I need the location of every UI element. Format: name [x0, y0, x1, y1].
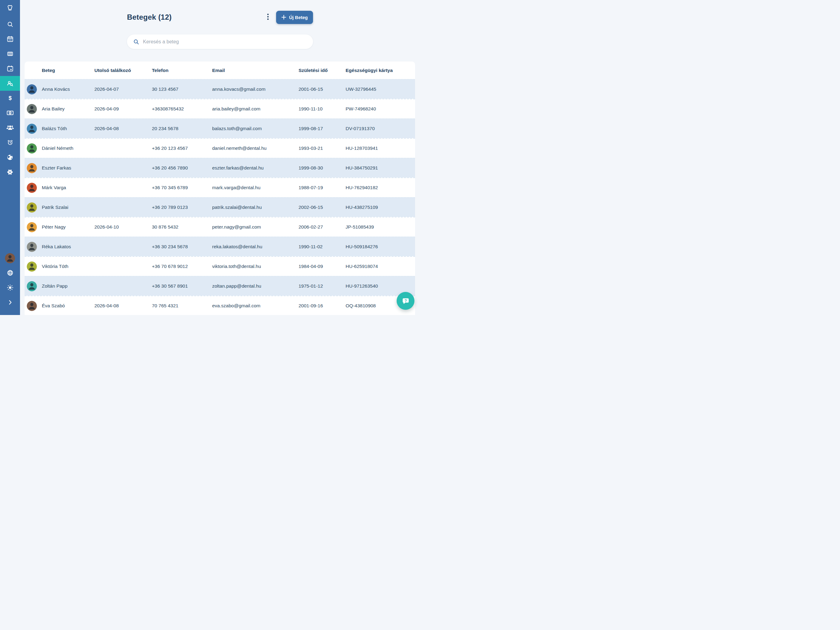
- avatar-cell: [25, 84, 42, 95]
- phone-cell: +36 20 123 4567: [152, 146, 212, 151]
- birth-date-cell: 1975-01-12: [298, 283, 346, 289]
- last-meeting-cell: 2026-04-10: [95, 224, 152, 230]
- patient-avatar: [27, 261, 37, 272]
- brightness-sun-icon: [6, 284, 14, 291]
- phone-cell: +36308765432: [152, 106, 212, 112]
- email-cell: peter.nagy@gmail.com: [212, 224, 298, 230]
- new-patient-button[interactable]: Új Beteg: [276, 11, 313, 24]
- table-row[interactable]: Eszter Farkas+36 20 456 7890eszter.farka…: [25, 158, 415, 177]
- phone-cell: +36 30 567 8901: [152, 283, 212, 289]
- birth-date-cell: 2001-09-16: [298, 303, 346, 309]
- svg-text:1: 1: [9, 112, 11, 114]
- earth-icon: [6, 154, 14, 161]
- table-row[interactable]: Balázs Tóth2026-04-0820 234 5678balazs.t…: [25, 119, 415, 138]
- email-cell: eszter.farkas@dental.hu: [212, 165, 298, 171]
- patient-name-cell: Zoltán Papp: [42, 283, 95, 289]
- people-icon: [6, 123, 14, 131]
- sidebar-item-alarm-clock[interactable]: [0, 135, 20, 150]
- patients-table: Beteg Utolsó találkozó Telefon Email Szü…: [25, 62, 415, 315]
- sidebar-item-people[interactable]: [0, 120, 20, 135]
- sidebar-item-settings-gear[interactable]: [0, 165, 20, 179]
- avatar-cell: [25, 281, 42, 291]
- birth-date-cell: 1990-11-02: [298, 244, 346, 250]
- sidebar-item-user-avatar[interactable]: [0, 251, 20, 266]
- patient-avatar: [27, 163, 37, 173]
- health-card-cell: JP-51085439: [346, 224, 415, 230]
- column-header-patient: Beteg: [42, 68, 95, 73]
- collapse-chevron-icon: [7, 299, 14, 306]
- email-cell: mark.varga@dental.hu: [212, 185, 298, 190]
- table-row[interactable]: Viktória Tóth+36 70 678 9012viktoria.tot…: [25, 256, 415, 276]
- table-row[interactable]: Dániel Németh+36 20 123 4567daniel.nemet…: [25, 138, 415, 158]
- birth-date-cell: 1984-04-09: [298, 264, 346, 269]
- patient-search-bar: [127, 35, 313, 49]
- avatar-cell: [25, 261, 42, 272]
- page-title: Betegek (12): [127, 13, 172, 22]
- health-card-cell: HU-384750291: [346, 165, 415, 171]
- sidebar-item-kanban-columns[interactable]: [0, 46, 20, 61]
- health-card-cell: UW-32796445: [346, 86, 415, 92]
- email-cell: eva.szabo@gmail.com: [212, 303, 298, 309]
- more-options-button[interactable]: [265, 12, 271, 23]
- email-cell: zoltan.papp@dental.hu: [212, 283, 298, 289]
- svg-text:$: $: [8, 95, 11, 101]
- table-row[interactable]: Anna Kovács2026-04-0730 123 4567anna.kov…: [25, 79, 415, 99]
- user-avatar-icon: [5, 253, 15, 263]
- dollar-icon: $: [6, 95, 14, 102]
- last-meeting-cell: 2026-04-08: [95, 126, 152, 131]
- email-cell: viktoria.toth@dental.hu: [212, 264, 298, 269]
- table-row[interactable]: Zoltán Papp+36 30 567 8901zoltan.papp@de…: [25, 276, 415, 296]
- patient-avatar: [27, 281, 37, 291]
- calendar-event-icon: [6, 65, 14, 72]
- sidebar-item-calendar-event[interactable]: [0, 61, 20, 76]
- sidebar-item-dollar[interactable]: $: [0, 91, 20, 106]
- sidebar-item-earth[interactable]: [0, 150, 20, 165]
- patient-avatar: [27, 123, 37, 134]
- new-patient-label: Új Beteg: [289, 15, 308, 20]
- birth-date-cell: 1999-08-30: [298, 165, 346, 171]
- last-meeting-cell: 2026-04-07: [95, 86, 152, 92]
- table-row[interactable]: Aria Bailey2026-04-09+36308765432aria.ba…: [25, 99, 415, 119]
- sidebar-item-patient-search[interactable]: [0, 76, 20, 91]
- page-header: Betegek (12) Új Beteg: [127, 0, 313, 49]
- birth-date-cell: 1999-08-17: [298, 126, 346, 131]
- health-card-cell: HU-128703941: [346, 146, 415, 151]
- avatar-cell: [25, 183, 42, 193]
- sidebar-spacer: [0, 179, 20, 251]
- birth-date-cell: 1988-07-19: [298, 185, 346, 190]
- patient-name-cell: Márk Varga: [42, 185, 95, 190]
- banknote-icon: 1: [6, 109, 14, 117]
- table-body: Anna Kovács2026-04-0730 123 4567anna.kov…: [25, 79, 415, 315]
- tooth-logo-icon: [6, 4, 14, 13]
- table-row[interactable]: Márk Varga+36 70 345 6789mark.varga@dent…: [25, 177, 415, 197]
- avatar-cell: [25, 203, 42, 212]
- health-card-cell: PW-74968240: [346, 106, 415, 112]
- table-row[interactable]: Patrik Szalai+36 20 789 0123patrik.szala…: [25, 197, 415, 217]
- sidebar-item-brightness-sun[interactable]: [0, 280, 20, 295]
- sidebar: $1: [0, 0, 20, 315]
- sidebar-item-tooth-logo[interactable]: [0, 1, 20, 16]
- patient-name-cell: Eszter Farkas: [42, 165, 95, 171]
- table-row[interactable]: Réka Lakatos+36 30 234 5678reka.lakatos@…: [25, 237, 415, 256]
- globe-icon: [6, 269, 14, 277]
- title-row: Betegek (12) Új Beteg: [127, 10, 313, 24]
- header-actions: Új Beteg: [265, 11, 313, 24]
- health-card-cell: HU-625918074: [346, 264, 415, 269]
- phone-cell: 30 123 4567: [152, 86, 212, 92]
- email-cell: reka.lakatos@dental.hu: [212, 244, 298, 250]
- avatar-cell: [25, 104, 42, 114]
- sidebar-item-globe[interactable]: [0, 266, 20, 280]
- patient-name-cell: Aria Bailey: [42, 106, 95, 112]
- sidebar-item-search[interactable]: [0, 17, 20, 32]
- table-row[interactable]: Éva Szabó2026-04-0870 765 4321eva.szabo@…: [25, 296, 415, 315]
- search-input[interactable]: [143, 39, 307, 44]
- kebab-menu-icon: [267, 13, 269, 22]
- phone-cell: +36 20 789 0123: [152, 204, 212, 210]
- sidebar-item-collapse-chevron[interactable]: [0, 295, 20, 310]
- phone-cell: 70 765 4321: [152, 303, 212, 309]
- table-row[interactable]: Péter Nagy2026-04-1030 876 5432peter.nag…: [25, 217, 415, 237]
- phone-cell: +36 70 345 6789: [152, 185, 212, 190]
- sidebar-item-banknote[interactable]: 1: [0, 106, 20, 120]
- sidebar-item-calendar-grid[interactable]: [0, 32, 20, 46]
- help-chat-fab[interactable]: ?: [396, 292, 414, 310]
